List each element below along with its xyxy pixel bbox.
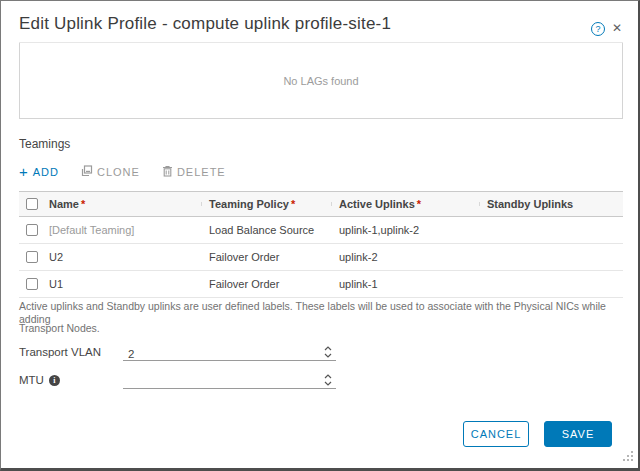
- dialog-title: Edit Uplink Profile - compute uplink pro…: [19, 14, 391, 34]
- column-header-standby-uplinks: Standby Uplinks: [479, 198, 623, 210]
- teamings-heading: Teamings: [19, 137, 70, 151]
- header-checkbox-cell: [19, 198, 49, 210]
- required-marker: *: [417, 198, 421, 210]
- cell-teaming-policy: Failover Order: [201, 251, 331, 263]
- select-all-checkbox[interactable]: [26, 198, 38, 210]
- trash-icon: [162, 165, 173, 179]
- mtu-field: [123, 372, 336, 389]
- delete-button-label: DELETE: [177, 166, 226, 178]
- cell-teaming-policy: Failover Order: [201, 278, 331, 290]
- cell-name: U2: [49, 251, 201, 263]
- help-icon[interactable]: ?: [591, 22, 605, 36]
- number-stepper-icon[interactable]: [323, 373, 333, 387]
- mtu-input[interactable]: [123, 375, 313, 390]
- column-header-teaming-policy-label: Teaming Policy: [209, 198, 289, 210]
- cell-active-uplinks: uplink-2: [331, 251, 479, 263]
- required-marker: *: [291, 198, 295, 210]
- cell-active-uplinks: uplink-1,uplink-2: [331, 224, 479, 236]
- info-icon[interactable]: i: [49, 375, 60, 386]
- transport-vlan-input[interactable]: [123, 347, 313, 362]
- column-header-active-uplinks-label: Active Uplinks: [339, 198, 415, 210]
- plus-icon: +: [19, 166, 29, 178]
- table-header-row: Name* Teaming Policy* Active Uplinks* St…: [19, 192, 623, 217]
- row-checkbox[interactable]: [26, 251, 38, 263]
- number-stepper-icon[interactable]: [323, 345, 333, 359]
- row-checkbox[interactable]: [26, 224, 38, 236]
- save-button[interactable]: SAVE: [544, 421, 612, 447]
- transport-vlan-label: Transport VLAN: [19, 346, 101, 358]
- mtu-label-text: MTU: [19, 374, 44, 386]
- column-header-name: Name*: [49, 198, 201, 210]
- clone-button[interactable]: CLONE: [81, 165, 140, 179]
- cell-active-uplinks: uplink-1: [331, 278, 479, 290]
- column-header-active-uplinks: Active Uplinks*: [331, 198, 479, 210]
- clone-button-label: CLONE: [97, 166, 140, 178]
- column-header-standby-uplinks-label: Standby Uplinks: [487, 198, 573, 210]
- table-row-default-teaming: [Default Teaming] Load Balance Source up…: [19, 217, 623, 244]
- cell-name: [Default Teaming]: [49, 224, 201, 236]
- uplinks-note-line2: Transport Nodes.: [19, 322, 629, 335]
- resize-grip-icon[interactable]: [623, 447, 634, 465]
- cell-name: U1: [49, 278, 201, 290]
- transport-vlan-field: [123, 344, 336, 361]
- teamings-table: Name* Teaming Policy* Active Uplinks* St…: [19, 191, 623, 298]
- column-header-name-label: Name: [49, 198, 79, 210]
- add-button[interactable]: + ADD: [19, 166, 59, 178]
- edit-uplink-profile-dialog: Edit Uplink Profile - compute uplink pro…: [0, 0, 640, 471]
- row-checkbox[interactable]: [26, 278, 38, 290]
- cell-teaming-policy: Load Balance Source: [201, 224, 331, 236]
- required-marker: *: [81, 198, 85, 210]
- cancel-button[interactable]: CANCEL: [463, 421, 529, 447]
- teamings-toolbar: + ADD CLONE DELETE: [19, 164, 248, 180]
- close-icon[interactable]: ✕: [612, 21, 622, 35]
- add-button-label: ADD: [33, 166, 59, 178]
- delete-button[interactable]: DELETE: [162, 165, 226, 179]
- lags-empty-message: No LAGs found: [283, 75, 358, 87]
- clone-icon: [81, 165, 93, 179]
- table-row-u2: U2 Failover Order uplink-2: [19, 244, 623, 271]
- mtu-label: MTU i: [19, 374, 60, 386]
- lags-empty-box: No LAGs found: [19, 43, 623, 119]
- table-row-u1: U1 Failover Order uplink-1: [19, 271, 623, 298]
- column-header-teaming-policy: Teaming Policy*: [201, 198, 331, 210]
